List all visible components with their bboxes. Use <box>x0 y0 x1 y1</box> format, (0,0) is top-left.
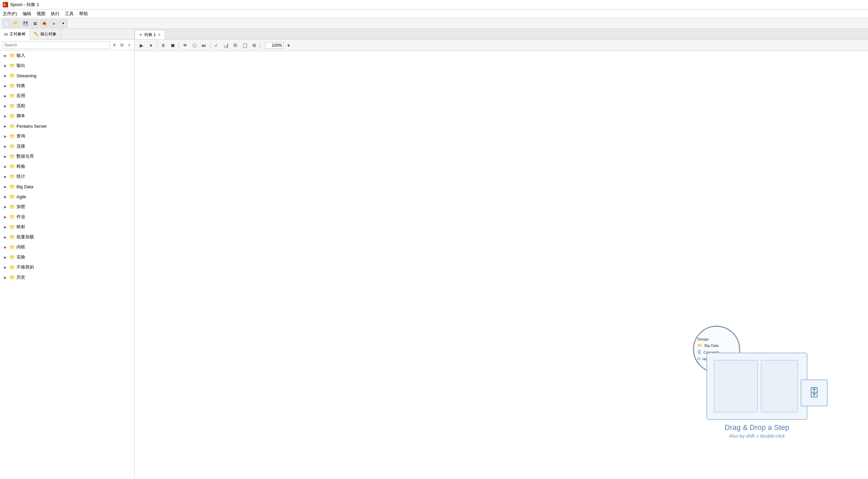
main-layout: 🗂 主对象树 ✏️ 核心对象 ✕ ⊞ ≡ ▶ 📁 输入 <box>0 29 868 479</box>
menu-tools[interactable]: 工具 <box>65 11 74 17</box>
menu-view[interactable]: 视图 <box>37 11 45 17</box>
tab-main-tree[interactable]: 🗂 主对象树 <box>0 29 30 40</box>
chevron-icon: ▶ <box>3 74 8 78</box>
stop-button[interactable]: ⏹ <box>168 41 177 49</box>
tree-item-label: 统计 <box>17 173 25 179</box>
menu-file[interactable]: 文件(F) <box>3 11 17 17</box>
folder-icon: 📁 <box>9 254 15 260</box>
tree-item-input[interactable]: ▶ 📁 输入 <box>0 50 134 61</box>
chevron-icon: ▶ <box>3 235 8 239</box>
tree-item-encrypt[interactable]: ▶ 📁 加密 <box>0 202 134 212</box>
tree-item-label: 历史 <box>17 274 25 280</box>
chevron-icon: ▶ <box>3 215 8 219</box>
tree-item-dw[interactable]: ▶ 📁 数据仓库 <box>0 151 134 161</box>
expand-all-button[interactable]: ≡ <box>126 42 132 48</box>
chevron-icon: ▶ <box>3 266 8 269</box>
folder-icon: 📁 <box>9 83 15 89</box>
tree-item-map[interactable]: ▶ 📁 映射 <box>0 222 134 232</box>
layers-button[interactable]: ≡ <box>50 20 58 28</box>
clear-search-button[interactable]: ✕ <box>112 42 118 48</box>
menu-bar: 文件(F) 编辑 视图 执行 工具 帮助 <box>0 9 868 18</box>
open-button[interactable]: 📂 <box>12 20 20 28</box>
zoom-input[interactable]: 100% <box>265 42 284 49</box>
run-button[interactable]: ▶ <box>137 41 145 49</box>
search-input[interactable] <box>2 41 110 49</box>
folder-icon: 📁 <box>9 194 15 199</box>
tree-item-check[interactable]: ▶ 📁 检验 <box>0 161 134 171</box>
debug-button[interactable]: ⬡ <box>190 41 198 49</box>
tree-item-connect[interactable]: ▶ 📁 连接 <box>0 141 134 151</box>
tree-item-script[interactable]: ▶ 📁 脚本 <box>0 111 134 121</box>
spoon-logo-icon: S <box>3 2 8 7</box>
folder-icon: 📁 <box>9 224 15 230</box>
tree-item-transform[interactable]: ▶ 📁 转换 <box>0 81 134 91</box>
chevron-icon: ▶ <box>3 104 8 108</box>
canvas-tab-close-button[interactable]: ✕ <box>158 33 160 37</box>
search-actions: ✕ ⊞ ≡ <box>112 42 132 48</box>
folder-icon: 📁 <box>9 244 15 250</box>
tree-item-bulk-load[interactable]: ▶ 📁 批量加载 <box>0 232 134 242</box>
settings-button[interactable]: ⚙ <box>250 41 258 49</box>
tree-item-deprecated[interactable]: ▶ 📁 不推荐的 <box>0 262 134 272</box>
zoom-dropdown-button[interactable]: ▾ <box>284 41 292 49</box>
chevron-icon: ▶ <box>3 64 8 68</box>
tree-item-agile[interactable]: ▶ 📁 Agile <box>0 192 134 202</box>
analyze-button[interactable]: 📊 <box>222 41 230 49</box>
database-icon-box: 🗄 <box>801 379 828 406</box>
tree-item-experiment[interactable]: ▶ 📁 实验 <box>0 252 134 262</box>
canvas-area[interactable]: Design 📁 Big Data 🗄 Cassandr H Hadoo <box>135 51 868 479</box>
chevron-icon: ▶ <box>3 205 8 209</box>
tree-item-big-data[interactable]: ▶ 📁 Big Data <box>0 181 134 192</box>
tab-main-tree-label: 主对象树 <box>9 31 26 37</box>
new-button[interactable]: 📄 <box>3 20 11 28</box>
tree-item-stats[interactable]: ▶ 📁 统计 <box>0 171 134 181</box>
preview-button[interactable]: 👁 <box>181 41 189 49</box>
screen-inner-left <box>714 360 757 412</box>
tree-item-inline[interactable]: ▶ 📁 内联 <box>0 242 134 252</box>
check-button[interactable]: ✓ <box>212 41 220 49</box>
tree-item-flow[interactable]: ▶ 📁 流程 <box>0 101 134 111</box>
tree-item-label: Big Data <box>17 184 33 189</box>
left-panel: 🗂 主对象树 ✏️ 核心对象 ✕ ⊞ ≡ ▶ 📁 输入 <box>0 29 135 479</box>
tree-item-label: 内联 <box>17 244 25 250</box>
chevron-icon: ▶ <box>3 276 8 279</box>
tree-item-label: 映射 <box>17 224 25 230</box>
menu-edit[interactable]: 编辑 <box>23 11 31 17</box>
step-button[interactable]: ⏭ <box>200 41 208 49</box>
tree-item-history[interactable]: ▶ 📁 历史 <box>0 272 134 282</box>
paste-button[interactable]: 📋 <box>241 41 249 49</box>
chevron-icon: ▶ <box>3 255 8 259</box>
chevron-icon: ▶ <box>3 94 8 98</box>
collapse-all-button[interactable]: ⊞ <box>119 42 125 48</box>
dropdown-button[interactable]: ▾ <box>59 20 67 28</box>
search-bar: ✕ ⊞ ≡ <box>0 40 134 50</box>
tab-core-object[interactable]: ✏️ 核心对象 <box>30 29 61 39</box>
tree-item-pentaho-server[interactable]: ▶ 📁 Pentaho Server <box>0 121 134 131</box>
folder-icon: 📁 <box>9 93 15 99</box>
menu-run[interactable]: 执行 <box>51 11 60 17</box>
copy-button[interactable]: ⧉ <box>231 41 239 49</box>
chevron-icon: ▶ <box>3 54 8 58</box>
save-as-button[interactable]: 🖫 <box>31 20 39 28</box>
menu-help[interactable]: 帮助 <box>79 11 88 17</box>
chevron-icon: ▶ <box>3 175 8 178</box>
tree-item-label: 连接 <box>17 143 25 149</box>
tree-item-job[interactable]: ▶ 📁 作业 <box>0 212 134 222</box>
tree-item-streaming[interactable]: ▶ 📁 Streaming <box>0 71 134 81</box>
svg-text:S: S <box>3 3 6 7</box>
export-button[interactable]: 📤 <box>40 20 49 28</box>
tree-item-label: Agile <box>17 194 26 199</box>
canvas-tab-transform1[interactable]: ✦ 转换 1 ✕ <box>135 30 165 39</box>
run-dropdown-button[interactable]: ▾ <box>147 41 155 49</box>
separator <box>179 42 179 49</box>
tree-item-label: 转换 <box>17 83 25 89</box>
tree-list: ▶ 📁 输入 ▶ 📁 输出 ▶ 📁 Streaming ▶ 📁 转换 ▶ <box>0 50 134 479</box>
tree-item-label: 加密 <box>17 204 25 210</box>
tree-item-apply[interactable]: ▶ 📁 应用 <box>0 91 134 101</box>
pause-button[interactable]: ⏸ <box>159 41 167 49</box>
tree-item-query[interactable]: ▶ 📁 查询 <box>0 131 134 141</box>
save-button[interactable]: 💾 <box>22 20 30 28</box>
tree-item-label: 应用 <box>17 93 25 99</box>
tree-item-output[interactable]: ▶ 📁 输出 <box>0 61 134 71</box>
design-label: Design <box>698 337 709 341</box>
